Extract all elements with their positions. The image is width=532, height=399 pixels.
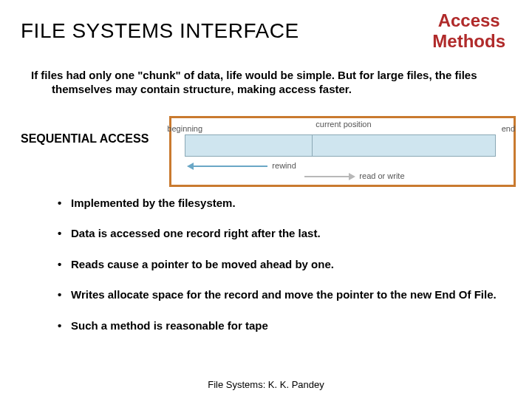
rewind-arrow-line (194, 166, 267, 167)
list-item: Such a method is reasonable for tape (58, 318, 498, 333)
diagram-tape-bar (185, 134, 496, 157)
bullet-list: Implemented by the filesystem. Data is a… (0, 187, 532, 333)
list-item: Writes allocate space for the record and… (58, 287, 498, 302)
list-item: Implemented by the filesystem. (58, 196, 498, 211)
section-row: SEQUENTIAL ACCESS current position begin… (0, 116, 532, 187)
readwrite-arrow-head (349, 173, 355, 180)
readwrite-arrow-line (304, 176, 349, 177)
diagram-label-current: current position (316, 120, 371, 129)
section-title: SEQUENTIAL ACCESS (21, 116, 149, 146)
subtitle-line2: Methods (432, 31, 505, 51)
slide-title: FILE SYSTEMS INTERFACE (21, 19, 299, 43)
list-item: Reads cause a pointer to be moved ahead … (58, 257, 498, 272)
subtitle-line1: Access (438, 10, 500, 30)
sequential-access-diagram: current position beginning end rewind re… (169, 116, 516, 187)
diagram-separator (312, 134, 313, 157)
rewind-arrow-head (187, 163, 194, 170)
slide-header: FILE SYSTEMS INTERFACE Access Methods (0, 0, 532, 55)
diagram-label-beginning: beginning (167, 124, 202, 133)
intro-paragraph: If files had only one "chunk" of data, l… (35, 55, 532, 97)
diagram-label-rewind: rewind (272, 161, 296, 170)
list-item: Data is accessed one record right after … (58, 226, 498, 241)
diagram-label-end: end (502, 124, 515, 133)
slide-footer: File Systems: K. K. Pandey (0, 379, 532, 390)
slide-subtitle: Access Methods (432, 10, 511, 51)
diagram-label-readwrite: read or write (359, 171, 404, 180)
